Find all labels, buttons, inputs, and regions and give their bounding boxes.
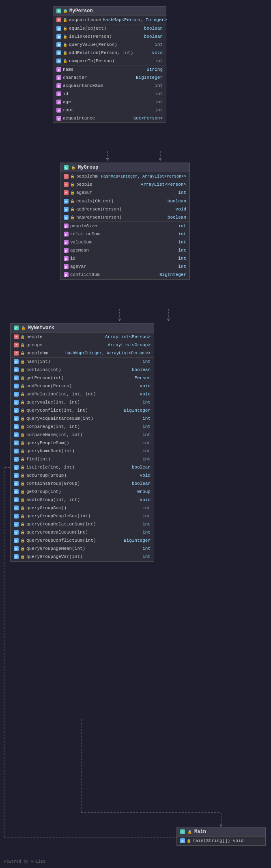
method-name: queryGroupAgeMean(int) bbox=[26, 546, 141, 551]
method-name: addtoGroup(int, int) bbox=[26, 497, 138, 502]
method-type: boolean bbox=[168, 199, 186, 204]
lock-icon: 🔒 bbox=[20, 449, 25, 454]
mygroup-fields-section: f 🔒 peoplehm HashMap<Integer, ArrayList<… bbox=[60, 172, 189, 197]
method-name: equals(Object) bbox=[69, 26, 142, 31]
method-name: queryConflict(int, int) bbox=[26, 408, 122, 413]
prop-type: int bbox=[155, 100, 163, 104]
table-row: p ageVar int bbox=[60, 263, 189, 271]
table-row: m 🔒 addtoGroup(int, int) void bbox=[11, 496, 154, 504]
method-name: queryAcquaintanceSum(int) bbox=[26, 416, 141, 421]
method-name: hash(int) bbox=[26, 359, 141, 364]
method-type: int bbox=[142, 432, 151, 437]
method-type: int bbox=[142, 449, 151, 454]
lock-icon: 🔒 bbox=[70, 207, 75, 212]
lock-icon: 🔒 bbox=[63, 18, 67, 22]
table-row: m 🔒 queryGroupSum() int bbox=[11, 504, 154, 512]
field-type: HashMap<Person, Integer> bbox=[103, 17, 167, 22]
method-name: queryValue(Person) bbox=[69, 42, 153, 47]
prop-badge: p bbox=[56, 100, 61, 104]
lock-icon: 🔒 bbox=[20, 400, 25, 405]
field-name: people bbox=[26, 334, 103, 339]
method-name: compareTo(Person) bbox=[69, 59, 153, 63]
mynetwork-header: C 🔒 MyNetwork bbox=[11, 323, 154, 333]
method-name: queryValue(int, int) bbox=[26, 400, 141, 405]
table-row: f 🔒 peoplehm HashMap<Integer, ArrayList<… bbox=[11, 349, 154, 357]
method-type: int bbox=[142, 359, 151, 364]
myperson-class: C 🔒 MyPerson f 🔒 acquaintance HashMap<Pe… bbox=[53, 6, 166, 123]
prop-badge: p bbox=[56, 83, 61, 88]
table-row: f 🔒 acquaintance HashMap<Person, Integer… bbox=[53, 16, 166, 24]
field-name: groups bbox=[26, 343, 106, 347]
prop-badge: p bbox=[64, 224, 69, 228]
method-badge: m bbox=[14, 481, 19, 486]
method-badge: m bbox=[14, 489, 19, 494]
method-badge: m bbox=[14, 441, 19, 445]
method-name: isCircle(int, int) bbox=[26, 465, 130, 470]
field-badge: f bbox=[64, 190, 69, 195]
method-type: boolean bbox=[144, 34, 163, 39]
method-type: void bbox=[140, 384, 151, 388]
method-name: queryGroupRelationSum(int) bbox=[26, 522, 141, 527]
mygroup-header: C 🔒 MyGroup bbox=[60, 163, 189, 172]
lock-icon: 🔒 bbox=[20, 360, 25, 364]
prop-type: int bbox=[178, 240, 186, 245]
lock-icon: 🔒 bbox=[20, 514, 25, 519]
method-type: void bbox=[140, 473, 151, 478]
mynetwork-lock-icon: 🔒 bbox=[21, 326, 26, 330]
mygroup-methods-section: m 🔒 equals(Object) boolean m 🔒 addPerson… bbox=[60, 197, 189, 222]
field-type: ArrayList<Person> bbox=[141, 182, 186, 187]
table-row: m 🔒 containsGroup(Group) boolean bbox=[11, 480, 154, 488]
table-row: m 🔒 queryGroupValueSum(int) int bbox=[11, 528, 154, 536]
lock-icon: 🔒 bbox=[20, 392, 25, 397]
prop-badge: p bbox=[56, 75, 61, 80]
method-name: addPerson(Person) bbox=[26, 384, 138, 388]
method-type: int bbox=[142, 506, 151, 510]
prop-name: id bbox=[63, 91, 153, 96]
table-row: p id int bbox=[53, 90, 166, 98]
method-badge: m bbox=[14, 554, 19, 559]
method-badge: m bbox=[56, 42, 61, 47]
field-name: peoplehm bbox=[26, 351, 64, 356]
lock-icon: 🔒 bbox=[70, 174, 75, 179]
method-badge: m bbox=[64, 199, 69, 204]
method-name: addRelation(Person, int) bbox=[69, 50, 151, 55]
method-name: queryPeopleSum() bbox=[26, 441, 141, 445]
table-row: p conflictSum BigInteger bbox=[60, 271, 189, 279]
prop-name: conflictSum bbox=[70, 272, 158, 277]
field-type: HashMap<Integer, ArrayList<Person>> bbox=[101, 174, 186, 179]
prop-type: int bbox=[155, 83, 163, 88]
method-type: boolean bbox=[132, 367, 151, 372]
method-badge: m bbox=[14, 367, 19, 372]
lock-icon: 🔒 bbox=[20, 351, 25, 356]
prop-badge: p bbox=[64, 256, 69, 261]
main-methods-section: m 🔒 main(String[]) void bbox=[177, 837, 265, 845]
prop-name: relationSum bbox=[70, 232, 176, 237]
method-badge: m bbox=[14, 408, 19, 413]
table-row: m 🔒 addPerson(Person) void bbox=[60, 205, 189, 213]
prop-type: int bbox=[178, 224, 186, 228]
method-badge: m bbox=[56, 50, 61, 55]
field-badge: f bbox=[14, 343, 19, 347]
method-badge: m bbox=[14, 449, 19, 454]
myperson-lock-icon: 🔒 bbox=[64, 9, 67, 13]
table-row: m 🔒 addRelation(int, int, int) void bbox=[11, 390, 154, 398]
lock-icon: 🔒 bbox=[63, 59, 67, 63]
field-badge: f bbox=[64, 174, 69, 179]
method-type: int bbox=[155, 59, 163, 63]
lock-icon: 🔒 bbox=[20, 482, 25, 486]
prop-name: ageVar bbox=[70, 264, 176, 269]
mynetwork-methods-section: m 🔒 hash(int) int m 🔒 contains(int) bool… bbox=[11, 358, 154, 561]
field-type: HashMap<Integer, ArrayList<Person>> bbox=[65, 351, 151, 356]
method-badge: m bbox=[14, 506, 19, 510]
table-row: m 🔒 compareAge(int, int) int bbox=[11, 423, 154, 431]
prop-name: root bbox=[63, 108, 153, 113]
table-row: m 🔒 hash(int) int bbox=[11, 358, 154, 366]
field-name: acquaintance bbox=[69, 17, 101, 22]
lock-icon: 🔒 bbox=[20, 368, 25, 372]
prop-type: int bbox=[178, 248, 186, 253]
field-name: ageSum bbox=[76, 190, 176, 195]
table-row: p acquaintance Set<Person> bbox=[53, 114, 166, 122]
lock-icon: 🔒 bbox=[20, 441, 25, 445]
method-badge: m bbox=[56, 26, 61, 31]
method-name: compareName(int, int) bbox=[26, 432, 141, 437]
